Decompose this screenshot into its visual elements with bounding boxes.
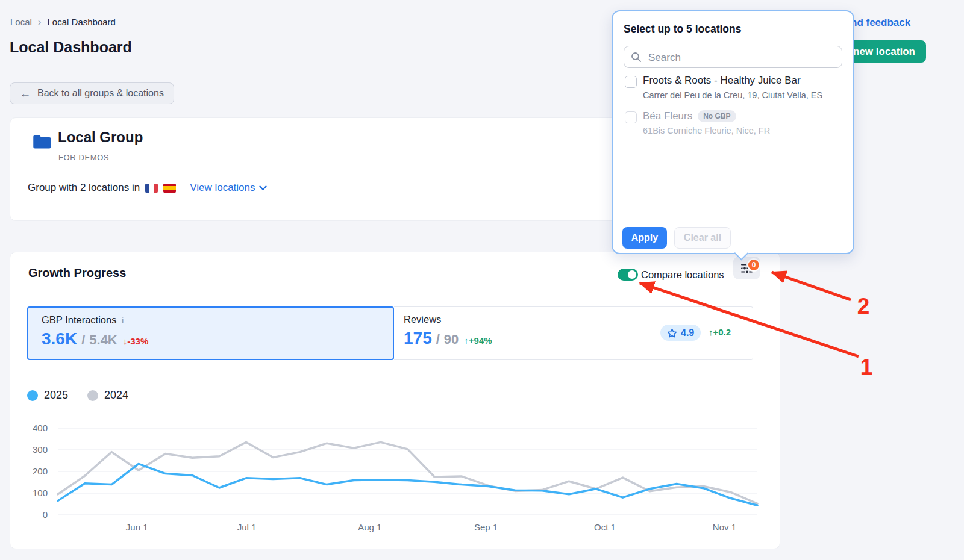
rating-delta: ↑+0.2 <box>709 327 731 337</box>
value-separator: / <box>81 332 85 348</box>
gbp-interactions-label: GBP Interactions <box>42 314 116 326</box>
clear-all-button[interactable]: Clear all <box>674 227 731 249</box>
rating-badge: 4.9 <box>660 325 701 341</box>
annotation-label-2: 2 <box>857 294 870 319</box>
y-axis-tick: 100 <box>33 488 48 498</box>
search-icon <box>631 52 642 63</box>
flag-france-icon <box>145 184 158 193</box>
legend-item-2024[interactable]: 2024 <box>87 389 128 402</box>
popup-title: Select up to 5 locations <box>624 23 741 36</box>
x-axis-tick: Nov 1 <box>713 522 736 532</box>
reviews-previous-value: 90 <box>444 332 459 347</box>
value-separator: / <box>436 332 440 347</box>
toggle-knob <box>628 270 636 279</box>
x-axis-tick: Oct 1 <box>594 522 616 532</box>
folder-icon <box>33 134 52 150</box>
chevron-right-icon: › <box>38 17 42 27</box>
group-subtitle: FOR DEMOS <box>58 153 109 162</box>
flag-spain-icon <box>163 184 176 193</box>
chart-legend: 2025 2024 <box>27 389 128 402</box>
location-name: Froots & Roots - Healthy Juice Bar <box>643 75 801 87</box>
location-address: Carrer del Peu de la Creu, 19, Ciutat Ve… <box>643 90 822 100</box>
compare-locations-toggle[interactable] <box>618 269 638 281</box>
line-series-2024 <box>58 442 757 503</box>
star-icon <box>667 328 677 338</box>
page-title: Local Dashboard <box>10 39 132 56</box>
location-checkbox <box>625 111 637 123</box>
location-checkbox[interactable] <box>625 76 637 88</box>
x-axis-tick: Jun 1 <box>126 522 148 532</box>
x-axis-tick: Aug 1 <box>358 522 381 532</box>
reviews-value: 175 <box>404 329 432 348</box>
growth-progress-title: Growth Progress <box>28 266 126 280</box>
add-location-button[interactable]: new location <box>842 40 926 63</box>
legend-dot-2024 <box>87 390 98 401</box>
compare-locations-label: Compare locations <box>641 269 724 281</box>
select-locations-popup: Select up to 5 locations Froots & Roots … <box>612 10 854 254</box>
breadcrumb-current: Local Dashboard <box>48 17 116 27</box>
stat-card-gbp-interactions[interactable]: GBP Interactions i 3.6K / 5.4K ↓-33% <box>27 306 394 360</box>
y-axis-tick: 0 <box>43 509 48 520</box>
line-series-2025 <box>58 464 757 505</box>
info-icon[interactable]: i <box>121 316 124 325</box>
legend-label-2025: 2025 <box>44 389 68 402</box>
arrow-to-filter <box>772 272 851 300</box>
breadcrumb: Local › Local Dashboard <box>10 17 116 27</box>
y-axis-tick: 200 <box>33 466 48 476</box>
back-button[interactable]: ← Back to all groups & locations <box>10 82 174 104</box>
back-button-label: Back to all groups & locations <box>37 88 164 99</box>
annotation-label-1: 1 <box>860 355 873 379</box>
apply-button[interactable]: Apply <box>622 227 667 249</box>
breadcrumb-local[interactable]: Local <box>10 17 32 27</box>
reviews-label: Reviews <box>404 314 441 325</box>
group-locations-text: Group with 2 locations in <box>28 182 140 194</box>
y-axis-tick: 300 <box>33 444 48 455</box>
divider <box>613 220 853 220</box>
gbp-previous-value: 5.4K <box>89 332 117 348</box>
chevron-down-icon <box>259 185 267 191</box>
feedback-link[interactable]: nd feedback <box>851 17 910 29</box>
location-name: Béa Fleurs <box>643 110 692 122</box>
divider <box>10 290 780 290</box>
gbp-value: 3.6K <box>42 329 77 349</box>
location-address: 61Bis Corniche Fleurie, Nice, FR <box>643 126 770 135</box>
search-input[interactable] <box>647 47 839 68</box>
reviews-delta: ↑+94% <box>464 335 492 346</box>
x-axis-tick: Jul 1 <box>237 522 257 532</box>
stat-card-reviews[interactable]: Reviews 175 / 90 ↑+94% 4.9 ↑+0.2 <box>394 306 753 360</box>
legend-item-2025[interactable]: 2025 <box>27 389 68 402</box>
view-locations-label: View locations <box>190 182 255 194</box>
rating-value: 4.9 <box>681 328 694 338</box>
growth-progress-card: Growth Progress Compare locations 0 GBP … <box>10 252 780 549</box>
legend-dot-2025 <box>27 390 38 401</box>
filter-count-badge: 0 <box>747 258 760 272</box>
group-locations-row: Group with 2 locations in View locations <box>28 182 267 194</box>
arrow-left-icon: ← <box>20 87 31 100</box>
no-gbp-badge: No GBP <box>698 110 736 122</box>
group-title: Local Group <box>58 129 143 146</box>
legend-label-2024: 2024 <box>104 389 128 402</box>
gbp-delta: ↓-33% <box>123 336 149 346</box>
local-dashboard-page: Local › Local Dashboard Local Dashboard … <box>0 0 964 560</box>
view-locations-link[interactable]: View locations <box>190 182 266 194</box>
search-box <box>624 46 842 68</box>
x-axis-tick: Sep 1 <box>474 522 498 532</box>
y-axis-tick: 400 <box>33 423 48 433</box>
